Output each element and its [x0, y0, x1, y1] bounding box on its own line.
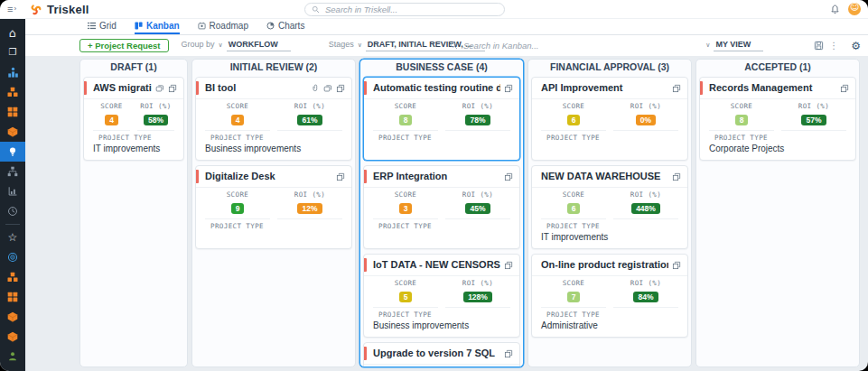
sidebar-item-target[interactable] — [0, 247, 25, 267]
roi-badge: 128% — [463, 292, 492, 302]
kanban-card[interactable]: AWS migrationSCORE4ROI (%)58%PROJECT TYP… — [83, 77, 184, 161]
card-icons — [504, 84, 513, 93]
project-type-value: Business improvements — [373, 320, 512, 331]
tab-grid[interactable]: Grid — [88, 19, 117, 34]
kanban-search[interactable] — [450, 40, 561, 51]
group-by-value[interactable]: WORKFLOW — [227, 40, 291, 51]
sidebar-item-blocks[interactable] — [0, 267, 25, 287]
restore-icon[interactable] — [504, 172, 513, 181]
global-search[interactable] — [304, 3, 505, 16]
kanban-icon — [135, 22, 143, 30]
tab-roadmap[interactable]: Roadmap — [198, 19, 248, 34]
kanban-card[interactable]: On-line product registrationSCORE7ROI (%… — [531, 254, 688, 338]
grid-list-icon — [88, 22, 96, 30]
card-metrics: SCORE4ROI (%)58% — [84, 99, 183, 131]
view-value[interactable]: MY VIEW — [714, 40, 763, 51]
card-accent-bar — [364, 347, 367, 360]
restore-icon[interactable] — [504, 349, 513, 358]
sidebar-item-leaves[interactable] — [0, 366, 25, 371]
save-view-icon[interactable] — [814, 41, 824, 51]
card-title: IoT DATA - NEW CENSORS ON PRODU... — [373, 258, 500, 272]
card-project-type: PROJECT TYPE — [364, 219, 519, 248]
sidebar-item-documents[interactable]: ❐ — [0, 42, 25, 62]
sidebar-item-resources[interactable] — [0, 347, 25, 366]
attachment-icon[interactable] — [312, 84, 320, 92]
sidebar-item-grid[interactable] — [0, 102, 25, 122]
sidebar-item-grid[interactable] — [0, 287, 25, 307]
sidebar-item-cube[interactable] — [0, 307, 25, 327]
sidebar-item-blocks[interactable] — [0, 82, 25, 102]
kanban-card[interactable]: Automatic testing routine defSCORE8ROI (… — [363, 77, 520, 161]
project-type-label: PROJECT TYPE — [378, 311, 512, 319]
project-type-value: Administrative — [541, 320, 680, 331]
column-header: BUSINESS CASE (4) — [360, 60, 523, 75]
roi-badge: 61% — [297, 115, 322, 125]
sidebar-item-idea[interactable] — [0, 142, 25, 162]
sidebar-item-cube[interactable] — [0, 122, 25, 142]
kanban-search-input[interactable] — [462, 40, 561, 51]
restore-icon[interactable] — [672, 84, 681, 93]
global-search-input[interactable] — [323, 4, 498, 15]
card-metrics: SCORE6ROI (%)0% — [532, 99, 687, 131]
copy-icon[interactable] — [155, 84, 164, 93]
restore-icon[interactable] — [504, 84, 513, 93]
project-type-value — [205, 232, 344, 243]
kanban-card[interactable]: Digitalize DeskSCORE9ROI (%)12%PROJECT T… — [195, 165, 352, 249]
tab-charts[interactable]: Charts — [266, 19, 304, 34]
card-metrics: SCORE3ROI (%)45% — [364, 188, 519, 219]
user-avatar[interactable]: ☺ — [848, 3, 861, 15]
kanban-card[interactable]: NEW DATA WAREHOUSESCORE6ROI (%)448%PROJE… — [531, 165, 688, 249]
kanban-card[interactable]: Upgrade to version 7 SQLSCORE1ROI (%)24%… — [363, 342, 520, 366]
metric-roi: ROI (%)61% — [277, 102, 342, 131]
column-cards: AWS migrationSCORE4ROI (%)58%PROJECT TYP… — [80, 75, 187, 162]
score-label: SCORE — [373, 190, 438, 199]
sidebar-item-clock[interactable] — [0, 201, 25, 221]
restore-icon[interactable] — [840, 84, 849, 93]
kanban-card[interactable]: BI toolSCORE4ROI (%)61%PROJECT TYPEBusin… — [195, 77, 352, 161]
restore-icon[interactable] — [336, 84, 345, 93]
card-title-row: Automatic testing routine def — [364, 78, 519, 99]
roi-label: ROI (%) — [277, 190, 342, 199]
card-title: AWS migration — [93, 81, 152, 95]
restore-icon[interactable] — [168, 84, 177, 93]
card-accent-bar — [700, 81, 703, 95]
more-options-icon[interactable]: ⋮ — [829, 42, 838, 51]
restore-icon[interactable] — [672, 172, 681, 181]
score-label: SCORE — [373, 102, 438, 110]
notifications-bell-icon[interactable] — [830, 5, 840, 14]
copy-icon[interactable] — [323, 84, 332, 93]
roi-badge: 448% — [631, 203, 660, 214]
kanban-card[interactable]: Records ManagementSCORE8ROI (%)57%PROJEC… — [699, 77, 856, 161]
hamburger-menu-icon[interactable]: ≡› — [7, 5, 16, 14]
kanban-card[interactable]: ERP IntegrationSCORE3ROI (%)45%PROJECT T… — [363, 165, 520, 249]
project-type-label: PROJECT TYPE — [210, 222, 344, 230]
restore-icon[interactable] — [504, 261, 513, 270]
portfolio-analytics-icon — [7, 67, 19, 79]
metric-roi: ROI (%)128% — [445, 279, 510, 308]
sidebar-item-report[interactable] — [0, 181, 25, 201]
restore-icon[interactable] — [672, 261, 681, 270]
column-cards: BI toolSCORE4ROI (%)61%PROJECT TYPEBusin… — [192, 75, 355, 251]
score-badge: 4 — [231, 115, 245, 125]
card-title: NEW DATA WAREHOUSE — [541, 170, 668, 183]
cube-icon-2 — [7, 311, 18, 322]
metric-roi: ROI (%)84% — [613, 279, 678, 308]
settings-gear-icon[interactable]: ⚙ — [851, 41, 861, 51]
restore-icon[interactable] — [336, 172, 345, 181]
tab-kanban[interactable]: Kanban — [135, 19, 180, 34]
sidebar-item-star[interactable]: ☆ — [0, 227, 25, 247]
sidebar-item-portfolio-analytics[interactable] — [0, 62, 25, 82]
kanban-card[interactable]: API ImprovementSCORE6ROI (%)0%PROJECT TY… — [531, 77, 688, 161]
card-accent-bar — [84, 81, 87, 95]
card-icons — [504, 172, 513, 181]
project-request-button[interactable]: + Project Request — [79, 39, 169, 52]
sidebar-item-home[interactable]: ⌂ — [0, 23, 25, 42]
project-type-label: PROJECT TYPE — [546, 134, 680, 142]
sidebar-item-cube[interactable] — [0, 327, 25, 347]
sidebar-item-hierarchy[interactable] — [0, 162, 25, 181]
roi-label: ROI (%) — [137, 102, 174, 110]
resources-icon — [7, 351, 18, 362]
metric-score: SCORE4 — [205, 102, 270, 131]
idea-icon — [7, 146, 18, 157]
kanban-card[interactable]: IoT DATA - NEW CENSORS ON PRODU...SCORE5… — [363, 254, 520, 338]
